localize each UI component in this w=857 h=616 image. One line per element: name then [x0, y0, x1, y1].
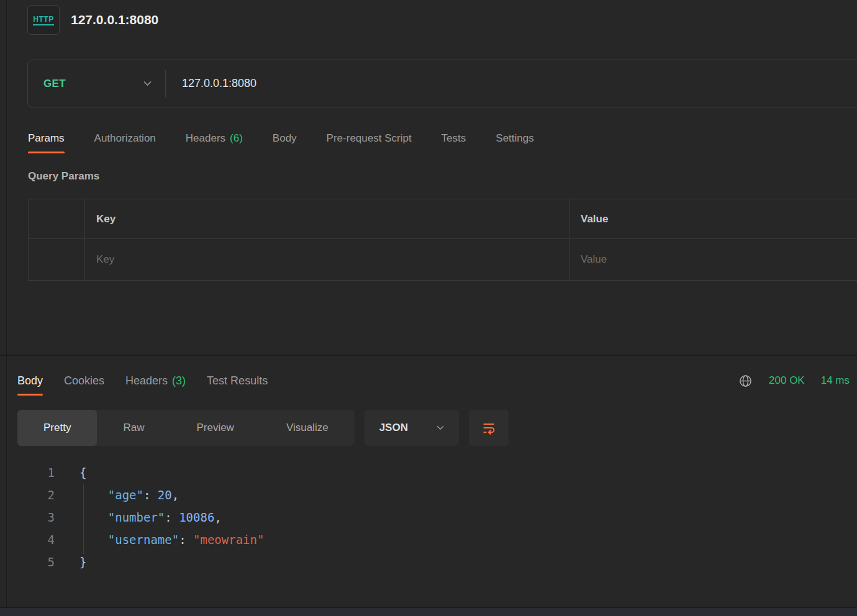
- query-params-table: Key Value: [28, 199, 857, 281]
- view-mode-group: Pretty Raw Preview Visualize: [17, 410, 355, 446]
- response-meta: 200 OK 14 ms: [738, 364, 850, 397]
- response-tab-body[interactable]: Body: [17, 364, 43, 397]
- param-checkbox-cell: [29, 239, 84, 280]
- query-params-heading: Query Params: [28, 170, 99, 183]
- page-title: 127.0.0.1:8080: [71, 12, 158, 27]
- request-tabs: Params Authorization Headers(6) Body Pre…: [28, 122, 534, 155]
- param-value-input[interactable]: [581, 253, 843, 266]
- line-number: 2: [0, 484, 55, 506]
- tab-body[interactable]: Body: [273, 122, 297, 155]
- line-number: 3: [0, 506, 55, 528]
- headers-count-badge: (6): [230, 132, 243, 145]
- column-header-value: Value: [569, 199, 857, 238]
- view-visualize-button[interactable]: Visualize: [260, 410, 355, 446]
- http-method-icon: HTTP: [27, 5, 60, 35]
- view-preview-button[interactable]: Preview: [170, 410, 260, 446]
- code-line: 3 "number": 10086,: [0, 506, 857, 528]
- method-dropdown[interactable]: GET: [28, 60, 165, 107]
- indent-guide-line: [83, 484, 84, 554]
- view-raw-button[interactable]: Raw: [97, 410, 170, 446]
- format-label: JSON: [379, 422, 408, 434]
- response-tab-headers[interactable]: Headers(3): [125, 364, 186, 397]
- tab-tests[interactable]: Tests: [442, 122, 466, 155]
- request-url-bar: GET: [27, 60, 857, 107]
- tab-headers[interactable]: Headers(6): [186, 122, 243, 155]
- response-headers-count-badge: (3): [172, 374, 186, 387]
- table-header-row: Key Value: [29, 199, 857, 239]
- network-globe-icon[interactable]: [738, 374, 753, 388]
- wrap-text-icon: [481, 420, 496, 435]
- param-key-input[interactable]: [96, 253, 545, 266]
- line-number: 5: [0, 551, 55, 573]
- chevron-down-icon: [437, 425, 444, 430]
- param-input-row: [29, 239, 857, 280]
- view-pretty-button[interactable]: Pretty: [17, 410, 97, 446]
- tab-params[interactable]: Params: [28, 122, 65, 155]
- line-number: 1: [0, 461, 55, 484]
- method-label: GET: [43, 78, 66, 90]
- bottom-status-bar: [0, 607, 857, 616]
- format-dropdown[interactable]: JSON: [365, 410, 459, 446]
- code-line: 4 "username": "meowrain": [0, 528, 857, 551]
- request-response-divider: [0, 355, 857, 356]
- code-line: 1 {: [0, 461, 857, 484]
- checkbox-column-header: [29, 199, 84, 238]
- response-time: 14 ms: [821, 374, 850, 387]
- response-body-editor[interactable]: 1 { 2 "age": 20, 3 "number": 10086, 4 "u…: [0, 461, 857, 573]
- status-badge: 200 OK: [769, 374, 805, 387]
- response-tab-test-results[interactable]: Test Results: [207, 364, 268, 397]
- line-number: 4: [0, 528, 55, 551]
- wrap-text-button[interactable]: [469, 410, 509, 446]
- column-header-key: Key: [84, 199, 569, 238]
- tab-authorization[interactable]: Authorization: [94, 122, 156, 155]
- response-view-controls: Pretty Raw Preview Visualize JSON: [17, 410, 509, 446]
- chevron-down-icon: [143, 81, 152, 86]
- code-line: 2 "age": 20,: [0, 484, 857, 506]
- tab-settings[interactable]: Settings: [496, 122, 533, 155]
- response-tab-cookies[interactable]: Cookies: [64, 364, 104, 397]
- tab-pre-request-script[interactable]: Pre-request Script: [327, 122, 412, 155]
- app-window: HTTP 127.0.0.1:8080 GET Params Authoriza…: [0, 0, 857, 616]
- response-tabs: Body Cookies Headers(3) Test Results: [17, 364, 268, 397]
- url-input[interactable]: [166, 60, 857, 107]
- request-header: HTTP 127.0.0.1:8080: [27, 5, 158, 35]
- code-line: 5 }: [0, 551, 857, 573]
